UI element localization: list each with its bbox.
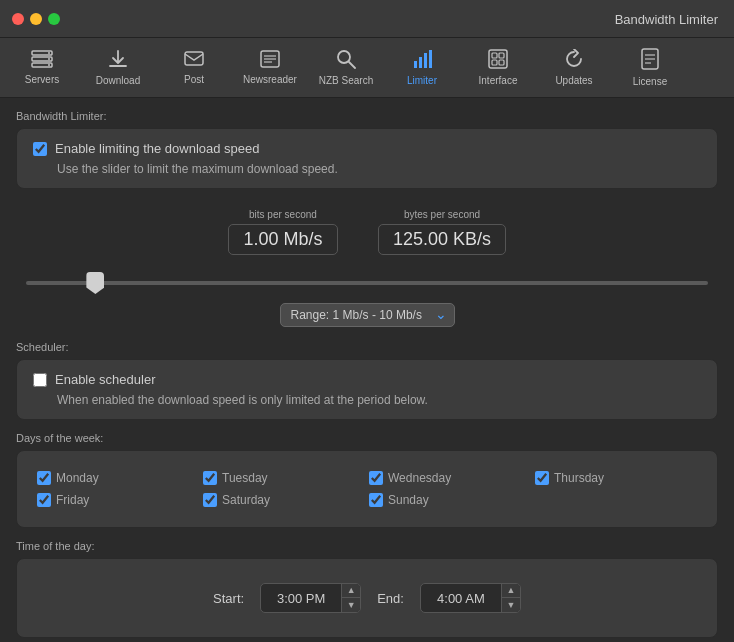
svg-rect-16 xyxy=(424,53,427,68)
toolbar-item-newsreader[interactable]: Newsreader xyxy=(232,40,308,96)
toolbar-item-updates[interactable]: Updates xyxy=(536,40,612,96)
toolbar-item-servers[interactable]: Servers xyxy=(4,40,80,96)
maximize-button[interactable] xyxy=(48,13,60,25)
bits-value: 1.00 Mb/s xyxy=(228,224,338,255)
svg-rect-21 xyxy=(492,60,497,65)
svg-point-5 xyxy=(48,64,50,66)
title-bar: Bandwidth Limiter xyxy=(0,0,734,38)
toolbar-item-license[interactable]: License xyxy=(612,40,688,96)
days-label: Days of the week: xyxy=(16,432,718,444)
traffic-lights xyxy=(12,13,60,25)
bytes-value: 125.00 KB/s xyxy=(378,224,506,255)
interface-icon xyxy=(488,49,508,72)
download-label: Download xyxy=(96,75,140,86)
toolbar: Servers Download Post xyxy=(0,38,734,98)
start-time-picker: 3:00 PM ▲ ▼ xyxy=(260,583,361,613)
sunday-checkbox[interactable] xyxy=(369,493,383,507)
svg-rect-7 xyxy=(185,52,203,65)
tuesday-checkbox[interactable] xyxy=(203,471,217,485)
speed-slider[interactable] xyxy=(26,281,708,285)
svg-rect-14 xyxy=(414,61,417,68)
window-title: Bandwidth Limiter xyxy=(615,11,718,26)
limiter-label: Limiter xyxy=(407,75,437,86)
end-time-value: 4:00 AM xyxy=(421,586,501,611)
close-button[interactable] xyxy=(12,13,24,25)
monday-label: Monday xyxy=(56,471,99,485)
sunday-label: Sunday xyxy=(388,493,429,507)
day-wednesday: Wednesday xyxy=(369,471,531,485)
download-icon xyxy=(108,49,128,72)
toolbar-item-post[interactable]: Post xyxy=(156,40,232,96)
post-label: Post xyxy=(184,74,204,85)
tuesday-label: Tuesday xyxy=(222,471,268,485)
nzb-search-label: NZB Search xyxy=(319,75,373,86)
toolbar-item-nzb-search[interactable]: NZB Search xyxy=(308,40,384,96)
bytes-unit-label: bytes per second xyxy=(404,209,480,220)
enable-bandwidth-row: Enable limiting the download speed xyxy=(33,141,701,156)
license-icon xyxy=(641,48,659,73)
day-saturday: Saturday xyxy=(203,493,365,507)
friday-checkbox[interactable] xyxy=(37,493,51,507)
minimize-button[interactable] xyxy=(30,13,42,25)
wednesday-checkbox[interactable] xyxy=(369,471,383,485)
monday-checkbox[interactable] xyxy=(37,471,51,485)
start-time-down[interactable]: ▼ xyxy=(342,598,360,612)
enable-scheduler-row: Enable scheduler xyxy=(33,372,701,387)
enable-scheduler-checkbox[interactable] xyxy=(33,373,47,387)
toolbar-item-download[interactable]: Download xyxy=(80,40,156,96)
wednesday-label: Wednesday xyxy=(388,471,451,485)
svg-rect-19 xyxy=(492,53,497,58)
end-label: End: xyxy=(377,591,404,606)
start-time-stepper: ▲ ▼ xyxy=(341,584,360,612)
range-dropdown-row: Range: 1 Mb/s - 10 Mb/s Range: 1 Mb/s - … xyxy=(16,303,718,327)
thursday-checkbox[interactable] xyxy=(535,471,549,485)
speed-slider-container xyxy=(16,271,718,289)
time-panel: Start: 3:00 PM ▲ ▼ End: 4:00 AM ▲ ▼ xyxy=(16,558,718,638)
saturday-checkbox[interactable] xyxy=(203,493,217,507)
servers-icon xyxy=(31,50,53,71)
time-row: Start: 3:00 PM ▲ ▼ End: 4:00 AM ▲ ▼ xyxy=(33,571,701,625)
thursday-label: Thursday xyxy=(554,471,604,485)
svg-line-13 xyxy=(349,62,355,68)
svg-point-4 xyxy=(48,58,50,60)
toolbar-item-limiter[interactable]: Limiter xyxy=(384,40,460,96)
day-friday: Friday xyxy=(37,493,199,507)
bandwidth-panel: Enable limiting the download speed Use t… xyxy=(16,128,718,189)
end-time-picker: 4:00 AM ▲ ▼ xyxy=(420,583,521,613)
svg-rect-17 xyxy=(429,50,432,68)
start-time-up[interactable]: ▲ xyxy=(342,584,360,598)
license-label: License xyxy=(633,76,667,87)
friday-label: Friday xyxy=(56,493,89,507)
bits-unit-label: bits per second xyxy=(249,209,317,220)
end-time-up[interactable]: ▲ xyxy=(502,584,520,598)
day-monday: Monday xyxy=(37,471,199,485)
newsreader-icon xyxy=(260,50,280,71)
end-time-down[interactable]: ▼ xyxy=(502,598,520,612)
days-grid: Monday Tuesday Wednesday Thursday Friday… xyxy=(33,463,701,515)
range-select-wrapper: Range: 1 Mb/s - 10 Mb/s Range: 1 Mb/s - … xyxy=(280,303,455,327)
scheduler-section-label: Scheduler: xyxy=(16,341,718,353)
svg-rect-15 xyxy=(419,57,422,68)
time-section-label: Time of the day: xyxy=(16,540,718,552)
updates-icon xyxy=(564,49,584,72)
nzb-search-icon xyxy=(336,49,356,72)
bandwidth-desc: Use the slider to limit the maximum down… xyxy=(57,162,701,176)
limiter-icon xyxy=(412,49,432,72)
svg-rect-20 xyxy=(499,53,504,58)
servers-label: Servers xyxy=(25,74,59,85)
toolbar-item-interface[interactable]: Interface xyxy=(460,40,536,96)
saturday-label: Saturday xyxy=(222,493,270,507)
end-time-stepper: ▲ ▼ xyxy=(501,584,520,612)
svg-point-12 xyxy=(338,51,350,63)
scheduler-desc: When enabled the download speed is only … xyxy=(57,393,701,407)
updates-label: Updates xyxy=(555,75,592,86)
range-select[interactable]: Range: 1 Mb/s - 10 Mb/s Range: 1 Mb/s - … xyxy=(280,303,455,327)
svg-rect-18 xyxy=(489,50,507,68)
svg-point-3 xyxy=(48,52,50,54)
day-tuesday: Tuesday xyxy=(203,471,365,485)
main-content: Bandwidth Limiter: Enable limiting the d… xyxy=(0,98,734,642)
newsreader-label: Newsreader xyxy=(243,74,297,85)
enable-bandwidth-checkbox[interactable] xyxy=(33,142,47,156)
start-label: Start: xyxy=(213,591,244,606)
speed-display: bits per second 1.00 Mb/s bytes per seco… xyxy=(16,203,718,261)
